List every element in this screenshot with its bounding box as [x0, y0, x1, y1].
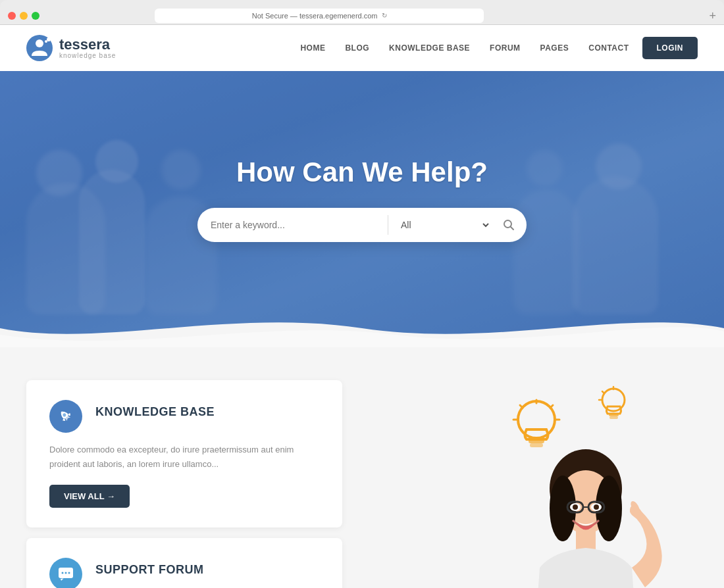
knowledge-base-card: KNOWLEDGE BASE Dolore commodo ea excepte… — [26, 380, 342, 527]
nav-knowledge-base[interactable]: KNOWLEDGE BASE — [389, 43, 470, 53]
svg-point-9 — [62, 572, 64, 574]
login-button[interactable]: LOGIN — [642, 37, 698, 59]
nav-blog[interactable]: BLOG — [345, 43, 369, 53]
svg-point-10 — [65, 572, 67, 574]
card-header-kb: KNOWLEDGE BASE — [49, 400, 319, 433]
nav-forum[interactable]: FORUM — [490, 43, 521, 53]
svg-point-2 — [45, 40, 47, 43]
svg-line-6 — [511, 227, 514, 230]
cards-column: KNOWLEDGE BASE Dolore commodo ea excepte… — [26, 380, 342, 588]
svg-point-4 — [49, 37, 52, 39]
card-header-forum: SUPPORT FORUM — [49, 558, 319, 588]
kb-view-all-button[interactable]: VIEW ALL → — [49, 485, 130, 508]
search-input[interactable] — [197, 220, 388, 230]
svg-point-12 — [518, 401, 555, 438]
forum-card-title: SUPPORT FORUM — [95, 558, 204, 577]
search-container: All Knowledge Base Forum Blog — [197, 208, 527, 242]
bulb-small-icon — [596, 383, 632, 432]
search-category-select[interactable]: All Knowledge Base Forum Blog — [388, 219, 491, 231]
svg-point-35 — [573, 504, 578, 510]
close-button[interactable] — [8, 12, 16, 20]
support-forum-card: SUPPORT FORUM Elit a excepteur quo summi… — [26, 538, 342, 588]
image-column — [369, 380, 698, 588]
maximize-button[interactable] — [32, 12, 39, 20]
url-text: Not Secure — tessera.egemenerd.com — [252, 12, 378, 20]
hero-content: How Can We Help? All Knowledge Base Foru… — [0, 71, 724, 347]
nav-links: HOME BLOG KNOWLEDGE BASE FORUM PAGES CON… — [300, 43, 629, 53]
website: tessera knowledge base HOME BLOG KNOWLED… — [0, 25, 724, 588]
hero-section: How Can We Help? All Knowledge Base Foru… — [0, 71, 724, 347]
search-button[interactable] — [491, 208, 527, 242]
logo-text: tessera knowledge base — [59, 37, 116, 59]
logo[interactable]: tessera knowledge base — [26, 35, 116, 61]
minimize-button[interactable] — [20, 12, 28, 20]
browser-chrome: Not Secure — tessera.egemenerd.com ↻ + — [0, 0, 724, 25]
svg-rect-21 — [609, 414, 619, 416]
svg-point-1 — [36, 39, 43, 47]
woman-figure — [487, 436, 685, 588]
kb-card-title: KNOWLEDGE BASE — [95, 400, 215, 419]
logo-tagline: knowledge base — [59, 52, 116, 59]
nav-home[interactable]: HOME — [300, 43, 325, 53]
navbar: tessera knowledge base HOME BLOG KNOWLED… — [0, 25, 724, 71]
traffic-lights — [8, 12, 39, 20]
svg-line-18 — [550, 405, 553, 408]
new-tab-button[interactable]: + — [709, 10, 716, 22]
kb-card-desc: Dolore commodo ea excepteur, do irure pr… — [49, 443, 319, 472]
rocket-icon — [55, 405, 77, 428]
hero-title: How Can We Help? — [236, 157, 488, 188]
address-bar[interactable]: Not Secure — tessera.egemenerd.com ↻ — [155, 9, 484, 23]
chat-icon-container — [49, 558, 82, 588]
chat-icon — [57, 566, 74, 583]
svg-line-16 — [520, 405, 523, 408]
nav-pages[interactable]: PAGES — [540, 43, 569, 53]
logo-icon — [26, 35, 53, 61]
main-content: KNOWLEDGE BASE Dolore commodo ea excepte… — [0, 347, 724, 588]
nav-contact[interactable]: CONTACT — [588, 43, 629, 53]
refresh-icon[interactable]: ↻ — [382, 12, 387, 19]
logo-name: tessera — [59, 37, 116, 52]
search-icon — [503, 219, 515, 231]
svg-rect-22 — [609, 416, 618, 419]
svg-line-24 — [602, 391, 604, 393]
rocket-icon-container — [49, 400, 82, 433]
svg-point-36 — [594, 504, 599, 510]
svg-point-11 — [68, 572, 70, 574]
